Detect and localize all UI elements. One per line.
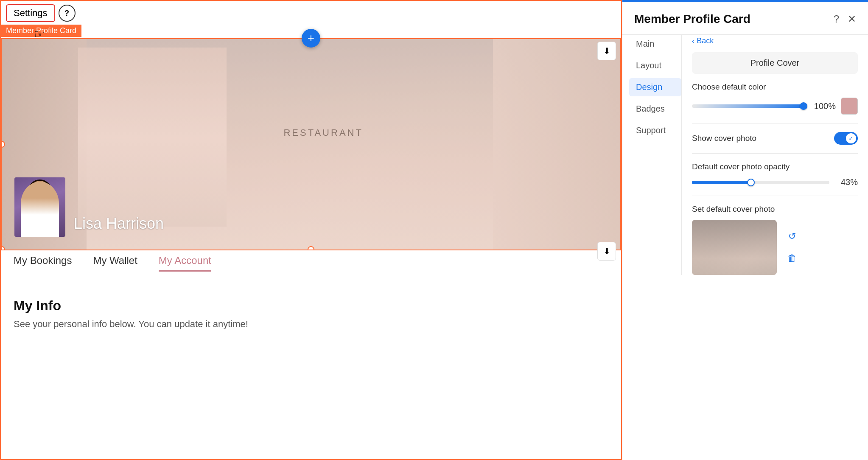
panel-help-button[interactable]: ?	[834, 13, 839, 25]
chevron-left-icon: ‹	[692, 37, 694, 45]
color-slider[interactable]	[692, 104, 807, 108]
download-icon-top: ⬇	[603, 46, 610, 56]
my-info-subtitle: See your personal info below. You can up…	[14, 319, 608, 330]
toolbar: Settings ?	[1, 1, 621, 25]
download-button-bottom[interactable]: ⬇	[597, 242, 616, 261]
opacity-percent: 43%	[834, 177, 858, 187]
color-setting-label: Choose default color	[692, 82, 858, 92]
tab-my-wallet[interactable]: My Wallet	[93, 255, 137, 270]
refresh-photo-button[interactable]: ↺	[784, 228, 801, 245]
panel-title: Member Profile Card	[634, 12, 750, 26]
show-cover-toggle-row: Show cover photo ✓	[692, 132, 858, 145]
tab-my-account[interactable]: My Account	[159, 255, 211, 270]
restaurant-text: RESTAURANT	[283, 127, 363, 138]
color-swatch[interactable]	[841, 98, 858, 115]
my-info-title: My Info	[14, 298, 608, 314]
panel-header: Member Profile Card ? ✕	[622, 2, 868, 35]
help-button[interactable]: ?	[59, 5, 76, 22]
cover-thumb-inner	[692, 220, 777, 275]
left-panel: Settings ? ☞ Member Profile Card + ⬇ RES…	[0, 0, 622, 460]
tabs-nav: My Bookings My Wallet My Account	[14, 255, 608, 270]
cover-thumb-actions: ↺ 🗑	[784, 228, 801, 267]
nav-sidebar: Main Layout Design Badges Support	[622, 35, 682, 275]
panel-close-button[interactable]: ✕	[848, 13, 856, 25]
set-default-photo-label: Set default cover photo	[692, 205, 858, 214]
download-button-top[interactable]: ⬇	[597, 42, 616, 60]
nav-item-main[interactable]: Main	[629, 35, 681, 53]
color-slider-thumb	[800, 102, 807, 110]
cover-photo: RESTAURANT Lisa Harrison	[1, 38, 621, 250]
my-info-section: My Info See your personal info below. Yo…	[1, 298, 621, 330]
nav-item-layout[interactable]: Layout	[629, 56, 681, 75]
download-icon-bottom: ⬇	[603, 246, 610, 256]
toggle-knob: ✓	[846, 133, 856, 143]
help-icon: ?	[64, 9, 69, 18]
resize-handle-bottom-center[interactable]	[308, 246, 314, 250]
cover-thumb-row: ↺ 🗑	[692, 220, 858, 275]
panel-help-icon: ?	[834, 13, 839, 25]
color-percent: 100%	[812, 101, 836, 111]
settings-button[interactable]: Settings	[6, 4, 55, 22]
panel-header-icons: ? ✕	[834, 13, 856, 25]
add-button[interactable]: +	[302, 29, 320, 48]
add-icon: +	[308, 31, 314, 45]
cursor-indicator: ☞	[34, 27, 45, 41]
opacity-setting-label: Default cover photo opacity	[692, 162, 858, 171]
profile-avatar	[14, 177, 65, 237]
nav-item-badges[interactable]: Badges	[629, 100, 681, 118]
nav-area: Main Layout Design Badges Support ‹ Back	[622, 35, 868, 275]
tab-my-bookings[interactable]: My Bookings	[14, 255, 72, 270]
show-cover-label: Show cover photo	[692, 134, 756, 143]
avatar-figure	[21, 182, 59, 237]
opacity-row: 43%	[692, 177, 858, 187]
nav-item-support[interactable]: Support	[629, 121, 681, 140]
color-row: 100%	[692, 98, 858, 115]
back-button[interactable]: ‹ Back	[692, 35, 858, 52]
refresh-icon: ↺	[788, 231, 796, 242]
divider-2	[692, 153, 858, 154]
section-header: Profile Cover	[692, 52, 858, 74]
show-cover-toggle[interactable]: ✓	[834, 132, 858, 145]
settings-label: Settings	[14, 8, 48, 19]
panel-close-icon: ✕	[848, 13, 856, 25]
profile-name: Lisa Harrison	[74, 215, 164, 233]
nav-item-design[interactable]: Design	[629, 78, 681, 96]
opacity-slider-thumb	[747, 179, 755, 186]
divider-3	[692, 196, 858, 196]
back-label: Back	[697, 36, 714, 45]
cover-thumb-section: Set default cover photo ↺ 🗑	[692, 205, 858, 275]
delete-photo-button[interactable]: 🗑	[784, 250, 801, 267]
tabs-section: My Bookings My Wallet My Account	[1, 255, 621, 270]
right-panel: Member Profile Card ? ✕ Main Layout Desi…	[622, 0, 868, 460]
nav-content: ‹ Back Profile Cover Choose default colo…	[682, 35, 868, 275]
opacity-slider[interactable]	[692, 181, 829, 184]
divider-1	[692, 123, 858, 123]
profile-section: Lisa Harrison	[14, 177, 164, 237]
trash-icon: 🗑	[787, 253, 797, 264]
cover-thumbnail	[692, 220, 777, 275]
